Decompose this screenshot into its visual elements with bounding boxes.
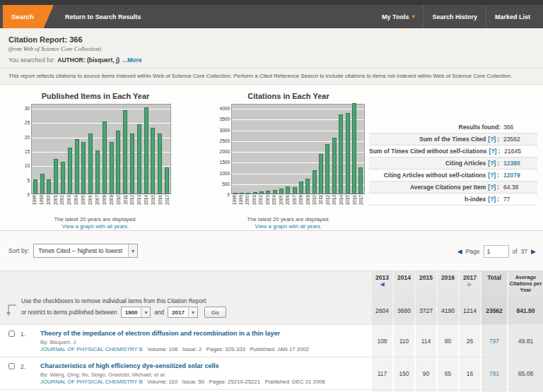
record-checkbox[interactable] <box>8 363 15 369</box>
return-to-search-results-link[interactable]: Return to Search Results <box>65 5 141 28</box>
bar-1998 <box>33 179 37 194</box>
x-axis-tick: 2014 <box>338 195 344 213</box>
help-icon[interactable]: [?] <box>489 148 497 155</box>
total-citations-link[interactable]: 781 <box>489 370 499 377</box>
x-axis-tick: 2001 <box>251 195 257 213</box>
my-tools-label: My Tools <box>382 13 409 20</box>
bar-2003 <box>266 191 270 194</box>
x-axis-tick: 2007 <box>291 195 298 213</box>
bar-2009 <box>305 179 310 194</box>
summary-value[interactable]: 12079 <box>503 172 537 179</box>
total-citations-link[interactable]: 797 <box>489 338 499 345</box>
journal-link[interactable]: JOURNAL OF PHYSICAL CHEMISTRY B <box>40 346 143 352</box>
bar-2014 <box>144 107 148 194</box>
bar-2002 <box>61 162 65 194</box>
next-years-arrow[interactable]: ▶ <box>467 281 472 288</box>
bar-2007 <box>95 150 100 194</box>
y-axis-tick: 3500 <box>220 117 232 122</box>
search-history-link[interactable]: Search History <box>423 5 486 28</box>
to-year-select[interactable]: 2017 ▾ <box>168 307 198 318</box>
view-all-years-link[interactable]: View a graph with all years. <box>20 223 171 230</box>
bar-2011 <box>123 110 127 194</box>
record-authors: By: Wang, Qing; Ito, Seigo; Graetzel, Mi… <box>40 372 325 378</box>
help-icon[interactable]: [?] <box>488 196 496 203</box>
bar-slot <box>232 105 238 194</box>
view-all-years-link[interactable]: View a graph with all years. <box>212 223 365 230</box>
summary-value: 23562 <box>503 136 537 143</box>
summary-label: Citing Articles <box>369 160 486 167</box>
summary-label: h-index <box>369 196 486 203</box>
bar-2006 <box>88 133 93 194</box>
help-icon[interactable]: [?] <box>488 136 496 143</box>
sort-by-select[interactable]: Times Cited -- highest to lowest ▾ <box>33 244 138 258</box>
published-items-chart: Published Items in Each Year 05101520253… <box>20 92 171 230</box>
summary-row: Sum of the Times Cited[?]:23562 <box>369 133 537 145</box>
record-title-link[interactable]: Characteristics of high efficiency dye-s… <box>40 362 325 369</box>
search-tab-label: Search <box>11 13 34 20</box>
summary-colon: : <box>497 184 499 191</box>
year-citation-count: 108 <box>372 325 392 357</box>
chart-x-axis-labels: 1998199920002001200220032004200520062007… <box>31 195 171 213</box>
bar-slot <box>136 105 143 194</box>
bar-slot <box>122 105 129 194</box>
totals-average-value: 841.50 <box>508 297 543 324</box>
prev-page-arrow[interactable]: ◀ <box>457 248 462 255</box>
bar-2008 <box>299 182 303 194</box>
bar-2000 <box>246 193 250 194</box>
x-axis-tick: 2015 <box>150 195 157 213</box>
help-icon[interactable]: [?] <box>488 172 496 179</box>
average-per-year: 65.08 <box>508 357 543 389</box>
bar-slot <box>278 105 284 194</box>
x-axis-tick: 2006 <box>285 195 291 213</box>
bar-2012 <box>130 133 134 194</box>
table-header-left-spacer <box>0 271 370 297</box>
bar-slot <box>150 105 157 194</box>
column-header-2017: 2017▶ <box>460 271 480 297</box>
prev-years-arrow[interactable]: ◀ <box>380 281 384 288</box>
summary-row: h-index[?]:77 <box>369 194 537 206</box>
restrict-label: or restrict to items published between <box>21 309 117 316</box>
more-link[interactable]: ...More <box>122 57 141 64</box>
bar-2009 <box>110 142 114 194</box>
checkbox-instructions: Use the checkboxes to remove individual … <box>21 298 226 304</box>
x-axis-tick: 2006 <box>87 195 94 213</box>
bar-slot <box>305 105 311 194</box>
summary-colon: : <box>498 148 500 155</box>
bar-2005 <box>279 189 284 194</box>
page-input[interactable] <box>484 245 509 258</box>
go-button[interactable]: Go <box>204 307 226 318</box>
bar-2010 <box>313 170 317 194</box>
x-axis-tick: 2011 <box>318 195 325 213</box>
my-tools-menu[interactable]: My Tools ▾ <box>373 5 423 28</box>
year-citation-count: 80 <box>438 325 458 357</box>
charts-section: Published Items in Each Year 05101520253… <box>0 85 543 231</box>
bar-2005 <box>81 142 86 194</box>
y-axis-tick: 2000 <box>220 150 232 155</box>
summary-value[interactable]: 12380 <box>503 160 537 167</box>
citation-summary-panel: Results found:366Sum of the Times Cited[… <box>369 121 537 206</box>
bar-slot <box>94 105 101 194</box>
marked-list-link[interactable]: Marked List <box>486 5 539 28</box>
x-axis-tick: 1998 <box>31 195 38 213</box>
record-checkbox[interactable] <box>8 331 15 337</box>
citations-chart: Citations in Each Year 05001000150020002… <box>212 92 365 230</box>
record-title-link[interactable]: Theory of the impedance of electron diff… <box>40 330 309 337</box>
pagination: ◀ Page of 37 ▶ <box>457 245 536 258</box>
x-axis-tick: 2010 <box>311 195 317 213</box>
x-axis-tick: 2003 <box>66 195 74 213</box>
chart-title: Citations in Each Year <box>212 92 365 100</box>
help-icon[interactable]: [?] <box>488 184 496 191</box>
bar-2014 <box>339 114 343 194</box>
column-header-average: Average Citations per Year <box>508 271 543 297</box>
help-icon[interactable]: [?] <box>488 160 496 167</box>
bar-slot <box>245 105 252 194</box>
journal-link[interactable]: JOURNAL OF PHYSICAL CHEMISTRY B <box>40 379 143 385</box>
bar-slot <box>338 105 344 194</box>
year-citation-count: 90 <box>416 357 436 389</box>
from-year-select[interactable]: 1900 ▾ <box>121 307 151 318</box>
and-label: and <box>154 309 164 316</box>
bar-slot <box>317 105 324 194</box>
search-tab[interactable]: Search <box>3 5 54 28</box>
bar-slot <box>163 105 170 194</box>
next-page-arrow[interactable]: ▶ <box>531 248 536 255</box>
